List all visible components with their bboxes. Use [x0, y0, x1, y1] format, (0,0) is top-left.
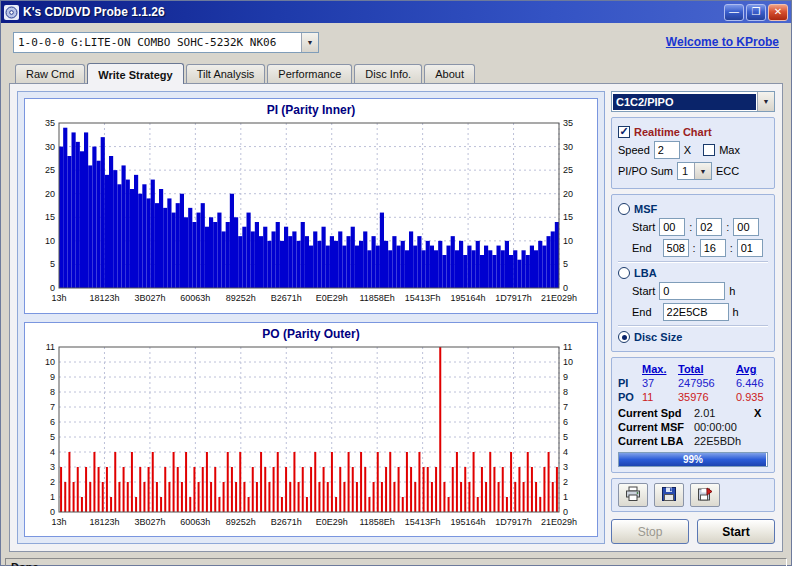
msf-start-sec[interactable]: [696, 218, 722, 236]
msf-end-frame[interactable]: [737, 239, 763, 257]
svg-text:0: 0: [50, 283, 55, 293]
svg-text:11858Eh: 11858Eh: [359, 293, 394, 303]
svg-text:0: 0: [563, 507, 568, 517]
msf-end-sec[interactable]: [700, 239, 726, 257]
svg-text:5: 5: [50, 432, 55, 442]
svg-text:E0E29h: E0E29h: [316, 517, 348, 527]
disc-size-radio[interactable]: [618, 331, 630, 343]
tab-raw-cmd[interactable]: Raw Cmd: [15, 64, 85, 83]
lba-start-input[interactable]: [659, 282, 725, 300]
tab-tilt-analysis[interactable]: Tilt Analysis: [186, 64, 266, 83]
svg-text:4: 4: [50, 447, 55, 457]
svg-text:89252h: 89252h: [226, 293, 256, 303]
svg-text:25: 25: [563, 165, 573, 175]
chevron-down-icon[interactable]: ▼: [757, 92, 774, 111]
drive-select[interactable]: 1-0-0-0 G:LITE-ON COMBO SOHC-5232K NK06 …: [13, 32, 319, 53]
close-button[interactable]: ✕: [768, 4, 788, 21]
svg-text:E0E29h: E0E29h: [316, 293, 348, 303]
msf-radio[interactable]: [618, 203, 630, 215]
svg-text:9: 9: [50, 372, 55, 382]
action-buttons: Stop Start: [611, 519, 775, 544]
maximize-button[interactable]: ❐: [746, 4, 766, 21]
msf-start-frame[interactable]: [733, 218, 759, 236]
po-chart-title: PO (Parity Outer): [262, 325, 359, 342]
svg-text:1: 1: [50, 492, 55, 502]
app-icon: [4, 5, 19, 20]
svg-text:7: 7: [50, 402, 55, 412]
export-image-button[interactable]: [690, 483, 720, 507]
msf-start-min[interactable]: [659, 218, 685, 236]
lba-start-unit: h: [729, 285, 735, 297]
floppy-save-icon: [661, 486, 677, 505]
msf-end-min[interactable]: [663, 239, 689, 257]
stats-pi-label: PI: [618, 377, 642, 389]
realtime-chart-checkbox[interactable]: [618, 126, 630, 138]
mode-select[interactable]: C1C2/PIPO ▼: [611, 91, 775, 112]
svg-text:10: 10: [563, 236, 573, 246]
tab-about[interactable]: About: [424, 64, 475, 83]
print-button[interactable]: [618, 483, 648, 507]
lba-end-input[interactable]: [663, 303, 729, 321]
stats-pi-max: 37: [642, 377, 678, 389]
svg-text:18123h: 18123h: [89, 517, 119, 527]
svg-text:B2671h: B2671h: [271, 517, 302, 527]
current-spd-value: 2.01: [694, 407, 754, 419]
pipo-sum-select[interactable]: 1 ▼: [677, 162, 712, 180]
svg-text:6: 6: [563, 417, 568, 427]
svg-text:11: 11: [563, 342, 572, 352]
stop-button[interactable]: Stop: [611, 519, 689, 544]
stats-po-max: 11: [642, 391, 678, 403]
svg-text:15413Fh: 15413Fh: [405, 517, 441, 527]
max-speed-checkbox[interactable]: [703, 144, 715, 156]
svg-text:21E029h: 21E029h: [541, 517, 577, 527]
svg-text:15: 15: [563, 212, 573, 222]
stats-po-label: PO: [618, 391, 642, 403]
svg-text:2: 2: [563, 477, 568, 487]
save-button[interactable]: [654, 483, 684, 507]
speed-label: Speed: [618, 144, 650, 156]
svg-text:20: 20: [45, 189, 55, 199]
status-text: Done.: [11, 561, 42, 566]
svg-text:60063h: 60063h: [180, 517, 210, 527]
svg-text:9: 9: [563, 372, 568, 382]
printer-icon: [625, 486, 641, 505]
lba-radio[interactable]: [618, 267, 630, 279]
stats-group: Max. Total Avg PI 37 247956 6.446 PO 11 …: [611, 357, 775, 473]
stats-pi-avg: 6.446: [736, 377, 768, 389]
svg-text:21E029h: 21E029h: [541, 293, 577, 303]
welcome-link[interactable]: Welcome to KProbe: [666, 35, 779, 49]
chevron-down-icon[interactable]: ▼: [301, 33, 318, 52]
svg-text:18123h: 18123h: [89, 293, 119, 303]
current-lba-value: 22E5BDh: [694, 435, 754, 447]
speed-input[interactable]: [654, 141, 680, 159]
svg-text:35: 35: [45, 118, 55, 128]
tab-disc-info[interactable]: Disc Info.: [354, 64, 422, 83]
svg-text:B2671h: B2671h: [271, 293, 302, 303]
svg-text:11: 11: [46, 342, 55, 352]
lba-start-label: Start: [632, 285, 655, 297]
current-msf-value: 00:00:00: [694, 421, 754, 433]
tab-write-strategy[interactable]: Write Strategy: [87, 63, 183, 84]
chevron-down-icon[interactable]: ▼: [694, 163, 711, 179]
svg-text:2: 2: [50, 477, 55, 487]
progress-label: 99%: [619, 453, 767, 466]
minimize-button[interactable]: —: [724, 4, 744, 21]
svg-text:4: 4: [563, 447, 568, 457]
write-strategy-panel: PI (Parity Inner) 0055101015152020252530…: [9, 83, 783, 552]
svg-text:30: 30: [563, 142, 573, 152]
current-spd-label: Current Spd: [618, 407, 694, 419]
svg-text:10: 10: [45, 236, 55, 246]
titlebar: K's CD/DVD Probe 1.1.26 — ❐ ✕: [1, 1, 791, 23]
svg-text:10: 10: [563, 357, 573, 367]
current-spd-unit: X: [754, 407, 768, 419]
svg-text:13h: 13h: [51, 293, 66, 303]
pipo-sum-label: PI/PO Sum: [618, 165, 673, 177]
progress-bar: 99%: [618, 452, 768, 467]
stats-header-total: Total: [678, 363, 736, 375]
stats-po-avg: 0.935: [736, 391, 768, 403]
svg-text:15: 15: [45, 212, 55, 222]
lba-label: LBA: [634, 267, 657, 279]
tab-performance[interactable]: Performance: [267, 64, 352, 83]
svg-text:3B027h: 3B027h: [134, 293, 165, 303]
start-button[interactable]: Start: [697, 519, 775, 544]
